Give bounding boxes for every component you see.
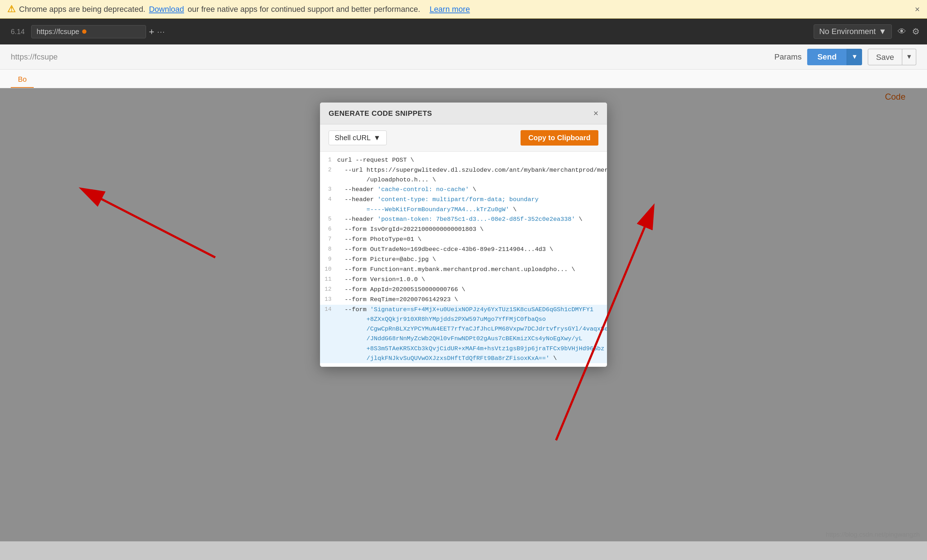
code-line: 6 --form IsvOrgId=20221000000000001803 \ bbox=[320, 225, 607, 234]
code-line: 11 --form Version=1.0.0 \ bbox=[320, 275, 607, 285]
line-number: 7 bbox=[320, 234, 337, 244]
version-number: 6.14 bbox=[7, 27, 28, 36]
send-button[interactable]: Send bbox=[807, 49, 846, 65]
modal-overlay: GENERATE CODE SNIPPETS × Shell cURL ▼ Co… bbox=[0, 88, 927, 541]
line-content: --form Function=ant.mybank.merchantprod.… bbox=[337, 265, 607, 275]
chrome-warning-bar: ⚠ Chrome apps are being deprecated. Down… bbox=[0, 0, 927, 19]
request-actions: Params Send ▼ Save ▼ bbox=[775, 49, 916, 65]
line-number: 9 bbox=[320, 255, 337, 265]
send-dropdown-button[interactable]: ▼ bbox=[846, 49, 862, 65]
line-number: 13 bbox=[320, 295, 337, 305]
chevron-down-icon: ▼ bbox=[374, 134, 381, 142]
line-content: --form Version=1.0.0 \ bbox=[337, 275, 607, 285]
line-content: --form AppId=202005150000000766 \ bbox=[337, 285, 607, 295]
settings-icon[interactable]: ⚙ bbox=[912, 27, 920, 36]
save-dropdown-button[interactable]: ▼ bbox=[902, 49, 916, 65]
modal-toolbar: Shell cURL ▼ Copy to Clipboard bbox=[320, 124, 607, 152]
line-content: --url https://supergwlitedev.dl.szulodev… bbox=[337, 165, 607, 185]
line-number: 4 bbox=[320, 195, 337, 214]
code-block: 1 curl --request POST \ 2 --url https://… bbox=[320, 152, 607, 367]
warning-rest: our free native apps for continued suppo… bbox=[188, 5, 420, 14]
line-number: 14 bbox=[320, 305, 337, 363]
line-number: 2 bbox=[320, 165, 337, 185]
code-line: 9 --form Picture=@abc.jpg \ bbox=[320, 255, 607, 265]
code-container[interactable]: 1 curl --request POST \ 2 --url https://… bbox=[320, 152, 607, 367]
code-line: 7 --form PhotoType=01 \ bbox=[320, 234, 607, 244]
language-selector[interactable]: Shell cURL ▼ bbox=[328, 131, 387, 145]
warning-icon: ⚠ bbox=[7, 4, 15, 15]
main-area: Code GENERATE CODE SNIPPETS × Shell cURL… bbox=[0, 88, 927, 541]
add-tab-button[interactable]: + bbox=[149, 26, 154, 37]
line-number: 11 bbox=[320, 275, 337, 285]
line-number: 6 bbox=[320, 225, 337, 234]
environment-selector[interactable]: No Environment ▼ bbox=[814, 24, 892, 39]
tab-bar: Bo bbox=[0, 70, 927, 88]
save-group: Save ▼ bbox=[868, 49, 916, 65]
line-number: 1 bbox=[320, 155, 337, 165]
line-content: --form 'Signature=sF+4MjX+u0UeixNOPJz4y6… bbox=[337, 305, 607, 363]
line-content: --header 'content-type: multipart/form-d… bbox=[337, 195, 607, 214]
request-bar: https://fcsupe Params Send ▼ Save ▼ bbox=[0, 44, 927, 70]
params-button[interactable]: Params bbox=[775, 52, 802, 62]
code-line: 12 --form AppId=202005150000000766 \ bbox=[320, 285, 607, 295]
line-content: --header 'cache-control: no-cache' \ bbox=[337, 185, 607, 195]
modal-header: GENERATE CODE SNIPPETS × bbox=[320, 103, 607, 124]
code-line: 1 curl --request POST \ bbox=[320, 155, 607, 165]
code-line: 14 --form 'Signature=sF+4MjX+u0UeixNOPJz… bbox=[320, 305, 607, 363]
line-content: --form ReqTime=20200706142923 \ bbox=[337, 295, 607, 305]
status-indicator bbox=[82, 29, 87, 34]
url-display[interactable]: https://fcsupe bbox=[31, 25, 146, 38]
close-warning-button[interactable]: × bbox=[915, 4, 920, 14]
line-content: --form OutTradeNo=169dbeec-cdce-43b6-89e… bbox=[337, 244, 607, 255]
modal-close-button[interactable]: × bbox=[593, 109, 599, 118]
code-line: 2 --url https://supergwlitedev.dl.szulod… bbox=[320, 165, 607, 185]
line-content: --header 'postman-token: 7be875c1-d3...-… bbox=[337, 214, 607, 225]
code-line: 10 --form Function=ant.mybank.merchantpr… bbox=[320, 265, 607, 275]
nav-left: 6.14 https://fcsupe + ··· bbox=[7, 25, 166, 38]
line-number: 12 bbox=[320, 285, 337, 295]
code-line: 5 --header 'postman-token: 7be875c1-d3..… bbox=[320, 214, 607, 225]
learn-more-link[interactable]: Learn more bbox=[429, 5, 470, 14]
save-button[interactable]: Save bbox=[868, 49, 902, 65]
code-line: 13 --form ReqTime=20200706142923 \ bbox=[320, 295, 607, 305]
line-content: --form IsvOrgId=20221000000000001803 \ bbox=[337, 225, 607, 234]
lang-label: Shell cURL bbox=[335, 134, 371, 142]
code-line: 3 --header 'cache-control: no-cache' \ bbox=[320, 185, 607, 195]
tab-body[interactable]: Bo bbox=[11, 72, 34, 88]
url-text: https://fcsupe bbox=[36, 27, 79, 36]
line-content: --form PhotoType=01 \ bbox=[337, 234, 607, 244]
line-content: --form Picture=@abc.jpg \ bbox=[337, 255, 607, 265]
line-content: curl --request POST \ bbox=[337, 155, 607, 165]
modal-title: GENERATE CODE SNIPPETS bbox=[328, 109, 432, 118]
send-group: Send ▼ bbox=[807, 49, 862, 65]
request-name: https://fcsupe bbox=[11, 52, 58, 62]
download-link[interactable]: Download bbox=[149, 5, 184, 14]
toolbar-right: No Environment ▼ 👁 ⚙ bbox=[814, 24, 920, 39]
code-line: 4 --header 'content-type: multipart/form… bbox=[320, 195, 607, 214]
line-number: 8 bbox=[320, 244, 337, 255]
code-snippets-modal: GENERATE CODE SNIPPETS × Shell cURL ▼ Co… bbox=[320, 103, 607, 367]
watermark: https://blog.csdn.net/pingwangzh bbox=[826, 531, 920, 539]
line-number: 10 bbox=[320, 265, 337, 275]
copy-to-clipboard-button[interactable]: Copy to Clipboard bbox=[521, 130, 599, 146]
chevron-down-icon: ▼ bbox=[878, 27, 886, 36]
code-line: 8 --form OutTradeNo=169dbeec-cdce-43b6-8… bbox=[320, 244, 607, 255]
line-number: 5 bbox=[320, 214, 337, 225]
warning-text: Chrome apps are being deprecated. bbox=[19, 5, 145, 14]
eye-icon[interactable]: 👁 bbox=[898, 27, 906, 36]
postman-toolbar: 6.14 https://fcsupe + ··· No Environment… bbox=[0, 19, 927, 44]
svg-line-2 bbox=[82, 189, 215, 257]
env-label: No Environment bbox=[819, 27, 876, 36]
line-number: 3 bbox=[320, 185, 337, 195]
more-options-button[interactable]: ··· bbox=[157, 27, 166, 36]
